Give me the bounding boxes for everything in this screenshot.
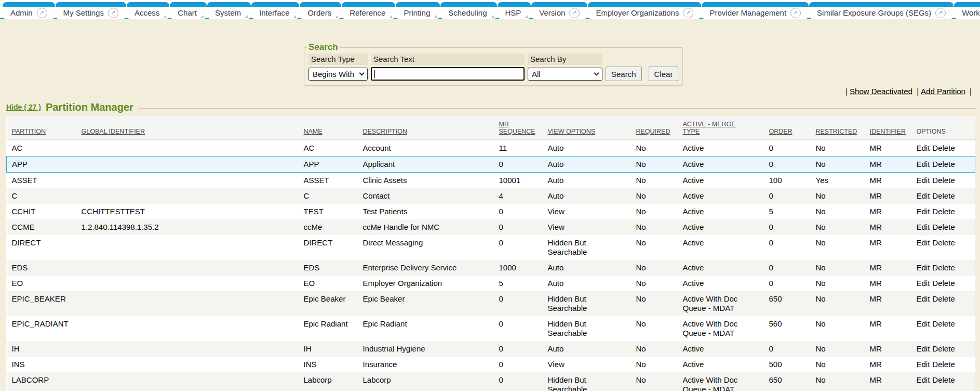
cell-active-merge-type: Active With Doc Queue - MDAT bbox=[678, 291, 764, 316]
tab-label: Provider Management bbox=[709, 8, 786, 17]
delete-link[interactable]: Delete bbox=[932, 144, 955, 152]
cell-active-merge-type: Active bbox=[678, 276, 764, 291]
tab-system[interactable]: System bbox=[209, 2, 249, 19]
cell-restricted: No bbox=[811, 260, 865, 276]
clear-button[interactable]: Clear bbox=[649, 67, 679, 81]
add-partition-link[interactable]: Add Partition bbox=[921, 87, 965, 96]
delete-link[interactable]: Delete bbox=[932, 360, 955, 369]
table-row: EDSEDSEnterprise Delivery Service1000Aut… bbox=[7, 260, 975, 276]
column-header-partition[interactable]: PARTITION bbox=[7, 116, 76, 140]
cell-global-identifier: 1.2.840.114398.1.35.2 bbox=[76, 219, 299, 235]
table-row: EPIC_BEAKEREpic BeakerEpic Beaker0Hidden… bbox=[7, 291, 975, 316]
dropdown-corner-icon bbox=[389, 15, 392, 18]
search-type-selected-value: Begins With bbox=[313, 70, 354, 79]
delete-link[interactable]: Delete bbox=[932, 375, 955, 384]
cell-mr-sequence: 0 bbox=[494, 291, 543, 316]
cell-name: ccMe bbox=[299, 219, 358, 235]
edit-link[interactable]: Edit bbox=[917, 176, 930, 185]
tab-label: HSP bbox=[505, 8, 521, 17]
tab-my-settings[interactable]: My Settings↗ bbox=[57, 2, 125, 19]
tab-top-accent bbox=[127, 2, 169, 7]
column-header-global-identifier[interactable]: GLOBAL IDENTIFIER bbox=[76, 116, 299, 140]
cell-partition: AC bbox=[7, 140, 76, 157]
cell-mr-sequence: 0 bbox=[494, 372, 543, 391]
tab-scheduling[interactable]: Scheduling bbox=[442, 2, 495, 19]
tab-body: My Settings↗ bbox=[57, 7, 125, 19]
tab-chart[interactable]: Chart bbox=[171, 2, 205, 19]
separator: | bbox=[845, 87, 848, 96]
column-header-description[interactable]: DESCRIPTION bbox=[358, 116, 494, 140]
column-header-line: REQUIRED bbox=[636, 128, 674, 135]
column-header-line: MR bbox=[499, 121, 539, 128]
tab-label: Admin bbox=[10, 8, 33, 17]
column-header-order[interactable]: ORDER bbox=[764, 116, 811, 140]
external-link-icon: ↗ bbox=[37, 8, 47, 18]
tab-interface[interactable]: Interface bbox=[253, 2, 298, 19]
edit-link[interactable]: Edit bbox=[917, 344, 930, 353]
delete-link[interactable]: Delete bbox=[932, 294, 955, 303]
cell-restricted: No bbox=[811, 235, 865, 260]
tab-orders[interactable]: Orders bbox=[301, 2, 340, 19]
cell-mr-sequence: 10001 bbox=[494, 173, 543, 189]
column-header-active-merge-type[interactable]: ACTIVE - MERGETYPE bbox=[678, 116, 764, 140]
column-header-line: GLOBAL IDENTIFIER bbox=[82, 128, 294, 135]
cell-required: No bbox=[631, 341, 678, 357]
edit-link[interactable]: Edit bbox=[917, 375, 930, 384]
tab-version[interactable]: Version↗ bbox=[533, 2, 586, 19]
tab-body: Similar Exposure Groups (SEGs)↗ bbox=[811, 7, 952, 19]
tab-work-locations[interactable]: Work Locations↗ bbox=[956, 2, 980, 19]
column-header-view-options[interactable]: VIEW OPTIONS bbox=[543, 116, 631, 140]
cell-global-identifier bbox=[76, 341, 299, 357]
show-deactivated-link[interactable]: Show Deactivated bbox=[850, 87, 912, 96]
tab-provider-management[interactable]: Provider Management↗ bbox=[703, 2, 807, 19]
cell-active-merge-type: Active With Doc Queue - MDAT bbox=[678, 316, 764, 341]
edit-link[interactable]: Edit bbox=[917, 360, 930, 369]
cell-required: No bbox=[631, 357, 678, 372]
edit-link[interactable]: Edit bbox=[917, 238, 930, 247]
separator: | bbox=[970, 87, 972, 96]
edit-link[interactable]: Edit bbox=[917, 263, 930, 272]
delete-link[interactable]: Delete bbox=[932, 238, 955, 247]
external-link-icon: ↗ bbox=[935, 8, 946, 18]
cell-view-options: Auto bbox=[543, 276, 631, 291]
search-panel: Search Search Type Search Text Search By… bbox=[304, 42, 683, 86]
cell-view-options: Hidden But Searchable bbox=[543, 235, 631, 260]
cell-required: No bbox=[631, 316, 678, 341]
search-type-select[interactable]: Begins With bbox=[308, 68, 368, 81]
tab-printing[interactable]: Printing bbox=[397, 2, 438, 19]
edit-link[interactable]: Edit bbox=[917, 191, 930, 200]
edit-link[interactable]: Edit bbox=[917, 223, 930, 231]
edit-link[interactable]: Edit bbox=[917, 144, 930, 152]
column-header-restricted[interactable]: RESTRICTED bbox=[811, 116, 865, 140]
column-header-identifier[interactable]: IDENTIFIER bbox=[865, 116, 911, 140]
delete-link[interactable]: Delete bbox=[932, 191, 955, 200]
tab-employer-organizations[interactable]: Employer Organizations↗ bbox=[589, 2, 700, 19]
external-link-icon: ↗ bbox=[790, 8, 801, 18]
delete-link[interactable]: Delete bbox=[932, 223, 955, 231]
search-text-input[interactable] bbox=[371, 67, 525, 81]
delete-link[interactable]: Delete bbox=[932, 319, 955, 328]
column-header-required[interactable]: REQUIRED bbox=[631, 116, 678, 140]
tab-reference[interactable]: Reference bbox=[343, 2, 394, 19]
hide-count-link[interactable]: Hide ( 27 ) bbox=[6, 103, 41, 111]
tab-similar-exposure-groups-segs[interactable]: Similar Exposure Groups (SEGs)↗ bbox=[811, 2, 952, 19]
tab-admin[interactable]: Admin↗ bbox=[4, 2, 53, 19]
delete-link[interactable]: Delete bbox=[932, 344, 955, 353]
delete-link[interactable]: Delete bbox=[932, 207, 955, 216]
tab-hsp[interactable]: HSP bbox=[499, 2, 530, 19]
column-header-mr-sequence[interactable]: MRSEQUENCE bbox=[494, 116, 543, 140]
column-header-name[interactable]: NAME bbox=[299, 116, 358, 140]
edit-link[interactable]: Edit bbox=[917, 294, 930, 303]
edit-link[interactable]: Edit bbox=[917, 160, 930, 168]
tab-access[interactable]: Access bbox=[128, 2, 168, 19]
search-by-select[interactable]: All bbox=[528, 68, 602, 81]
edit-link[interactable]: Edit bbox=[917, 207, 930, 216]
delete-link[interactable]: Delete bbox=[932, 160, 955, 168]
delete-link[interactable]: Delete bbox=[932, 176, 955, 185]
delete-link[interactable]: Delete bbox=[932, 279, 955, 288]
edit-link[interactable]: Edit bbox=[917, 319, 930, 328]
delete-link[interactable]: Delete bbox=[932, 263, 955, 272]
edit-link[interactable]: Edit bbox=[917, 279, 930, 288]
tab-top-accent bbox=[531, 2, 587, 7]
search-button[interactable]: Search bbox=[606, 67, 642, 81]
